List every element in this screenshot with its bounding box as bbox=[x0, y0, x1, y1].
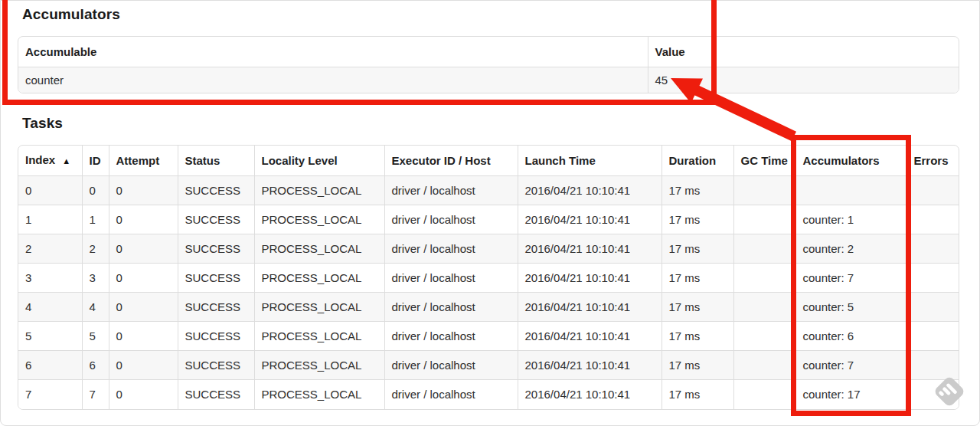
cell-locality-level: PROCESS_LOCAL bbox=[254, 205, 384, 234]
cell-launch-time: 2016/04/21 10:10:41 bbox=[518, 264, 662, 293]
cell-errors bbox=[906, 176, 959, 205]
cell-id: 6 bbox=[82, 351, 109, 380]
cell-id: 2 bbox=[82, 234, 109, 264]
cell-launch-time: 2016/04/21 10:10:41 bbox=[518, 380, 662, 409]
table-row: 550SUCCESSPROCESS_LOCALdriver / localhos… bbox=[18, 322, 959, 351]
cell-attempt: 0 bbox=[109, 351, 178, 380]
cell-duration: 17 ms bbox=[662, 264, 733, 293]
cell-index: 2 bbox=[18, 234, 82, 264]
tasks-section-heading: Tasks bbox=[22, 115, 63, 132]
table-row: 110SUCCESSPROCESS_LOCALdriver / localhos… bbox=[18, 205, 959, 234]
cell-attempt: 0 bbox=[109, 264, 178, 293]
cell-gc-time bbox=[733, 234, 795, 264]
cell-status: SUCCESS bbox=[178, 351, 254, 380]
cell-accumulators: counter: 5 bbox=[795, 293, 906, 322]
cell-attempt: 0 bbox=[109, 234, 178, 264]
cell-accumulators bbox=[795, 176, 906, 205]
cell-locality-level: PROCESS_LOCAL bbox=[254, 176, 384, 205]
cell-executor-id-host: driver / localhost bbox=[384, 380, 518, 409]
table-row: 770SUCCESSPROCESS_LOCALdriver / localhos… bbox=[18, 380, 959, 409]
accumulators-section-heading: Accumulators bbox=[22, 6, 120, 23]
cell-launch-time: 2016/04/21 10:10:41 bbox=[518, 176, 662, 205]
column-header-locality-level[interactable]: Locality Level bbox=[254, 146, 384, 176]
table-row: 440SUCCESSPROCESS_LOCALdriver / localhos… bbox=[18, 293, 959, 322]
column-header-executor-id-host[interactable]: Executor ID / Host bbox=[384, 146, 518, 176]
cell-executor-id-host: driver / localhost bbox=[384, 264, 518, 293]
cell-duration: 17 ms bbox=[662, 380, 733, 409]
column-header-launch-time[interactable]: Launch Time bbox=[518, 146, 662, 176]
cell-attempt: 0 bbox=[109, 293, 178, 322]
column-header-duration[interactable]: Duration bbox=[662, 146, 733, 176]
cell-errors bbox=[906, 264, 959, 293]
feedly-icon bbox=[931, 373, 968, 410]
cell-executor-id-host: driver / localhost bbox=[384, 176, 518, 205]
cell-status: SUCCESS bbox=[178, 234, 254, 264]
column-header-attempt[interactable]: Attempt bbox=[109, 146, 178, 176]
cell-index: 3 bbox=[18, 264, 82, 293]
table-row: 330SUCCESSPROCESS_LOCALdriver / localhos… bbox=[18, 264, 959, 293]
column-header-status[interactable]: Status bbox=[178, 146, 254, 176]
cell-attempt: 0 bbox=[109, 176, 178, 205]
cell-accumulators: counter: 7 bbox=[795, 351, 906, 380]
cell-duration: 17 ms bbox=[662, 351, 733, 380]
column-header-id[interactable]: ID bbox=[82, 146, 109, 176]
column-header-index[interactable]: Index▲ bbox=[18, 146, 82, 176]
cell-status: SUCCESS bbox=[178, 322, 254, 351]
header-row: AccumulableValue bbox=[18, 37, 959, 67]
cell-executor-id-host: driver / localhost bbox=[384, 322, 518, 351]
cell-status: SUCCESS bbox=[178, 380, 254, 409]
tasks-table: Index▲IDAttemptStatusLocality LevelExecu… bbox=[18, 145, 959, 410]
cell-errors bbox=[906, 234, 959, 264]
cell-gc-time bbox=[733, 351, 795, 380]
cell-index: 7 bbox=[18, 380, 82, 409]
cell-gc-time bbox=[733, 264, 795, 293]
cell-status: SUCCESS bbox=[178, 205, 254, 234]
cell-gc-time bbox=[733, 205, 795, 234]
cell-accumulators: counter: 2 bbox=[795, 234, 906, 264]
cell-accumulators: counter: 6 bbox=[795, 322, 906, 351]
cell-index: 6 bbox=[18, 351, 82, 380]
cell-accumulable: counter bbox=[18, 67, 648, 93]
cell-id: 7 bbox=[82, 380, 109, 409]
cell-locality-level: PROCESS_LOCAL bbox=[254, 351, 384, 380]
table-row: 660SUCCESSPROCESS_LOCALdriver / localhos… bbox=[18, 351, 959, 380]
cell-accumulators: counter: 1 bbox=[795, 205, 906, 234]
cell-id: 4 bbox=[82, 293, 109, 322]
cell-locality-level: PROCESS_LOCAL bbox=[254, 322, 384, 351]
column-header-value[interactable]: Value bbox=[648, 37, 959, 67]
cell-locality-level: PROCESS_LOCAL bbox=[254, 380, 384, 409]
cell-id: 3 bbox=[82, 264, 109, 293]
table-row: 000SUCCESSPROCESS_LOCALdriver / localhos… bbox=[18, 176, 959, 205]
cell-status: SUCCESS bbox=[178, 264, 254, 293]
sort-ascending-icon: ▲ bbox=[62, 156, 70, 165]
cell-id: 0 bbox=[82, 176, 109, 205]
cell-index: 0 bbox=[18, 176, 82, 205]
column-header-accumulators[interactable]: Accumulators bbox=[795, 146, 906, 176]
header-row: Index▲IDAttemptStatusLocality LevelExecu… bbox=[18, 146, 959, 176]
cell-gc-time bbox=[733, 176, 795, 205]
column-header-errors[interactable]: Errors bbox=[906, 146, 959, 176]
cell-locality-level: PROCESS_LOCAL bbox=[254, 234, 384, 264]
column-header-gc-time[interactable]: GC Time bbox=[733, 146, 795, 176]
column-header-accumulable[interactable]: Accumulable bbox=[18, 37, 648, 67]
cell-duration: 17 ms bbox=[662, 176, 733, 205]
cell-executor-id-host: driver / localhost bbox=[384, 293, 518, 322]
cell-errors bbox=[906, 322, 959, 351]
cell-value: 45 bbox=[648, 67, 959, 93]
cell-duration: 17 ms bbox=[662, 234, 733, 264]
cell-gc-time bbox=[733, 293, 795, 322]
cell-errors bbox=[906, 293, 959, 322]
cell-duration: 17 ms bbox=[662, 293, 733, 322]
cell-duration: 17 ms bbox=[662, 205, 733, 234]
table-row: 220SUCCESSPROCESS_LOCALdriver / localhos… bbox=[18, 234, 959, 264]
cell-launch-time: 2016/04/21 10:10:41 bbox=[518, 293, 662, 322]
cell-locality-level: PROCESS_LOCAL bbox=[254, 293, 384, 322]
cell-attempt: 0 bbox=[109, 205, 178, 234]
accumulable-table: AccumulableValue counter45 bbox=[18, 36, 959, 93]
cell-launch-time: 2016/04/21 10:10:41 bbox=[518, 322, 662, 351]
cell-accumulators: counter: 7 bbox=[795, 264, 906, 293]
cell-launch-time: 2016/04/21 10:10:41 bbox=[518, 351, 662, 380]
cell-index: 5 bbox=[18, 322, 82, 351]
cell-id: 1 bbox=[82, 205, 109, 234]
table-row: counter45 bbox=[18, 67, 959, 93]
